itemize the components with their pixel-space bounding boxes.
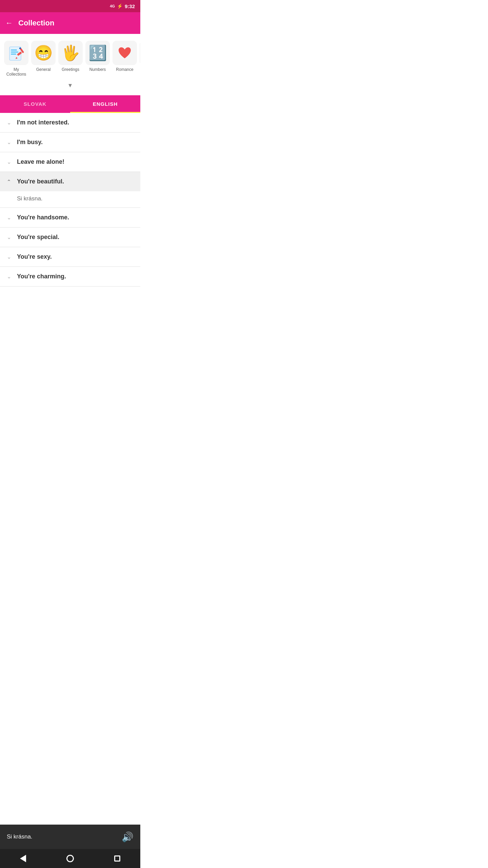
chevron-icon: ⌄ [5, 159, 12, 165]
category-icon-emergency [140, 41, 140, 65]
phrase-row: ⌄ I'm not interested. [0, 113, 140, 133]
back-icon: ← [5, 19, 13, 27]
numbers-emoji: 🔢 [88, 45, 107, 60]
category-icon-greetings: 🖐️ [58, 41, 83, 65]
phrase-text: You're sexy. [17, 253, 52, 260]
general-emoji: 😁 [34, 45, 53, 60]
tab-slovak[interactable]: SLOVAK [0, 95, 70, 113]
categories-scroll: My Collections 😁 General 🖐️ Greetings 🔢 … [0, 39, 140, 78]
svg-rect-2 [11, 52, 18, 53]
svg-rect-3 [11, 54, 16, 55]
phrase-header[interactable]: ⌄ You're charming. [0, 267, 140, 286]
status-icons: 4G ⚡ 9:32 [110, 3, 135, 9]
category-label-my-collections: My Collections [5, 67, 27, 77]
phrase-header[interactable]: ⌄ Leave me alone! [0, 152, 140, 172]
chevron-icon: ⌄ [5, 273, 12, 280]
category-item-numbers[interactable]: 🔢 Numbers [85, 39, 110, 78]
category-label-greetings: Greetings [62, 67, 79, 72]
chevron-icon: ⌄ [5, 234, 12, 240]
phrase-text: Leave me alone! [17, 158, 64, 165]
phrase-text: I'm busy. [17, 139, 43, 146]
phrase-text: You're special. [17, 234, 59, 241]
phrase-row: ⌄ You're charming. [0, 267, 140, 287]
phrase-row: ⌄ You're special. [0, 228, 140, 247]
category-item-my-collections[interactable]: My Collections [4, 39, 28, 78]
phrase-row: ⌄ I'm busy. [0, 133, 140, 152]
language-tabs: SLOVAK ENGLISH [0, 95, 140, 113]
category-item-greetings[interactable]: 🖐️ Greetings [58, 39, 83, 78]
phrase-row: ⌄ Leave me alone! [0, 152, 140, 172]
page-title: Collection [18, 19, 54, 27]
tab-english[interactable]: ENGLISH [70, 95, 140, 113]
phrase-list: ⌄ I'm not interested. ⌄ I'm busy. ⌄ Leav… [0, 113, 140, 323]
phrase-header[interactable]: ⌄ You're sexy. [0, 247, 140, 267]
signal-icon: 4G [110, 4, 115, 8]
phrase-translation: Si krásna. [0, 191, 140, 208]
category-icon-general: 😁 [31, 41, 56, 65]
category-label-general: General [36, 67, 51, 72]
greetings-emoji: 🖐️ [61, 45, 80, 60]
chevron-icon: ⌄ [5, 119, 12, 126]
phrase-header[interactable]: ⌄ I'm busy. [0, 133, 140, 152]
status-time: 9:32 [125, 3, 135, 9]
phrase-header[interactable]: ⌄ You're handsome. [0, 208, 140, 227]
phrase-row: ⌄ You're beautiful. Si krásna. [0, 172, 140, 208]
phrase-text: I'm not interested. [17, 119, 69, 126]
chevron-icon: ⌄ [5, 178, 12, 185]
phrase-text: You're charming. [17, 273, 66, 280]
category-item-romance[interactable]: Romance [113, 39, 137, 78]
phrase-row: ⌄ You're sexy. [0, 247, 140, 267]
category-icon-numbers: 🔢 [85, 41, 110, 65]
expand-categories-button[interactable]: ▾ [0, 78, 140, 93]
category-item-general[interactable]: 😁 General [31, 39, 56, 78]
chevron-icon: ⌄ [5, 254, 12, 260]
chevron-icon: ⌄ [5, 214, 12, 221]
status-bar: 4G ⚡ 9:32 [0, 0, 140, 12]
phrase-text: You're beautiful. [17, 178, 64, 185]
phrases: ⌄ I'm not interested. ⌄ I'm busy. ⌄ Leav… [0, 113, 140, 323]
back-button[interactable]: ← [5, 19, 13, 27]
app-bar: ← Collection [0, 12, 140, 34]
category-icon-romance [113, 41, 137, 65]
phrase-header[interactable]: ⌄ You're beautiful. [0, 172, 140, 191]
phrase-header[interactable]: ⌄ I'm not interested. [0, 113, 140, 132]
phrase-row: ⌄ You're handsome. [0, 208, 140, 228]
svg-rect-1 [11, 50, 17, 51]
expand-icon: ▾ [68, 81, 72, 89]
battery-icon: ⚡ [117, 3, 123, 9]
phrase-text: You're handsome. [17, 214, 69, 221]
phrase-header[interactable]: ⌄ You're special. [0, 228, 140, 247]
category-label-numbers: Numbers [89, 67, 106, 72]
category-icon-my-collections [4, 41, 28, 65]
categories-section: My Collections 😁 General 🖐️ Greetings 🔢 … [0, 34, 140, 95]
category-label-romance: Romance [116, 67, 133, 72]
category-item-emergency[interactable]: Emergency [140, 39, 140, 78]
chevron-icon: ⌄ [5, 139, 12, 145]
